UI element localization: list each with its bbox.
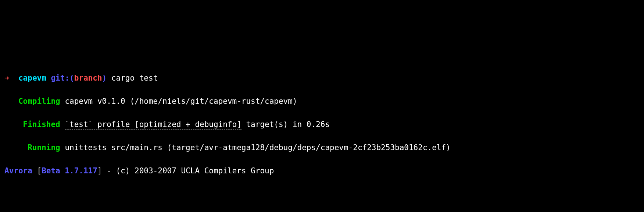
compiling-line: Compiling capevm v0.1.0 (/home/niels/git… xyxy=(4,96,640,107)
prompt-arrow: ➜ xyxy=(4,74,9,82)
compiling-label: Compiling xyxy=(18,97,60,106)
git-label: git:( xyxy=(51,74,74,82)
finished-rest: target(s) in 0.26s xyxy=(242,120,330,129)
command-text: cargo test xyxy=(111,74,158,82)
compiling-text: capevm v0.1.0 (/home/niels/git/capevm-ru… xyxy=(60,97,297,106)
prompt-dir: capevm xyxy=(18,74,46,82)
git-branch: branch xyxy=(74,74,102,82)
running-label: Running xyxy=(28,143,60,152)
avrora-name: Avrora xyxy=(4,166,32,175)
prompt-line[interactable]: ➜ capevm git:(branch) cargo test xyxy=(4,73,640,84)
finished-label: Finished xyxy=(23,120,60,129)
finished-profile: `test` profile [optimized + debuginfo] xyxy=(65,120,241,130)
finished-line: Finished `test` profile [optimized + deb… xyxy=(4,119,640,131)
git-close: ) xyxy=(102,74,107,82)
avrora-version: Beta 1.7.117 xyxy=(42,166,97,175)
terminal-output: ➜ capevm git:(branch) cargo test Compili… xyxy=(0,58,644,212)
avrora-line: Avrora [Beta 1.7.117] - (c) 2003-2007 UC… xyxy=(4,165,640,177)
running-line: Running unittests src/main.rs (target/av… xyxy=(4,142,640,154)
blank-line xyxy=(4,188,640,200)
avrora-rest: - (c) 2003-2007 UCLA Compilers Group xyxy=(102,166,274,175)
running-text: unittests src/main.rs (target/avr-atmega… xyxy=(60,143,451,152)
